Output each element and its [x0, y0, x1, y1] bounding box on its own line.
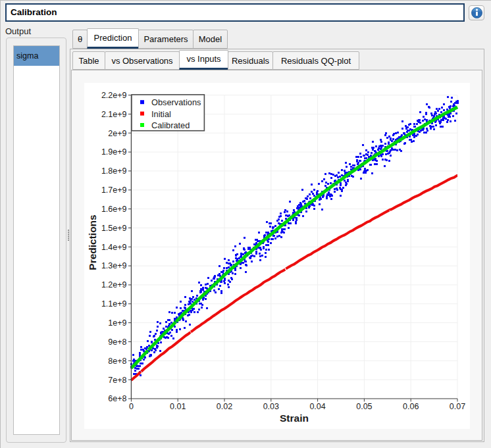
- svg-text:9e+8: 9e+8: [108, 337, 126, 347]
- svg-text:2.2e+9: 2.2e+9: [101, 91, 127, 100]
- svg-text:1.4e+9: 1.4e+9: [101, 243, 127, 252]
- svg-text:Predictions: Predictions: [87, 214, 98, 270]
- svg-text:1.5e+9: 1.5e+9: [101, 224, 127, 233]
- svg-text:2.1e+9: 2.1e+9: [101, 110, 127, 119]
- svg-text:Strain: Strain: [280, 412, 309, 424]
- svg-text:0.05: 0.05: [356, 402, 372, 411]
- svg-text:1.9e+9: 1.9e+9: [101, 147, 127, 157]
- svg-text:1.3e+9: 1.3e+9: [101, 261, 127, 270]
- svg-text:0.06: 0.06: [403, 402, 419, 411]
- svg-text:1e+9: 1e+9: [108, 318, 126, 328]
- svg-text:1.8e+9: 1.8e+9: [101, 166, 127, 176]
- svg-text:Initial: Initial: [151, 109, 171, 119]
- svg-text:0.07: 0.07: [450, 402, 465, 411]
- svg-text:1.7e+9: 1.7e+9: [101, 186, 127, 195]
- svg-text:Calibrated: Calibrated: [151, 120, 190, 130]
- svg-text:2e+9: 2e+9: [108, 129, 126, 138]
- svg-text:0.04: 0.04: [309, 402, 325, 411]
- svg-text:Observations: Observations: [151, 97, 201, 107]
- svg-text:0.01: 0.01: [170, 402, 186, 411]
- svg-text:6e+8: 6e+8: [108, 394, 126, 403]
- svg-text:0: 0: [129, 402, 134, 411]
- svg-text:8e+8: 8e+8: [108, 357, 126, 366]
- svg-text:1.1e+9: 1.1e+9: [101, 299, 127, 309]
- svg-text:1.6e+9: 1.6e+9: [101, 205, 127, 214]
- svg-text:1.2e+9: 1.2e+9: [101, 280, 127, 289]
- svg-text:7e+8: 7e+8: [108, 376, 126, 385]
- svg-text:0.03: 0.03: [263, 402, 279, 411]
- svg-text:0.02: 0.02: [217, 402, 232, 411]
